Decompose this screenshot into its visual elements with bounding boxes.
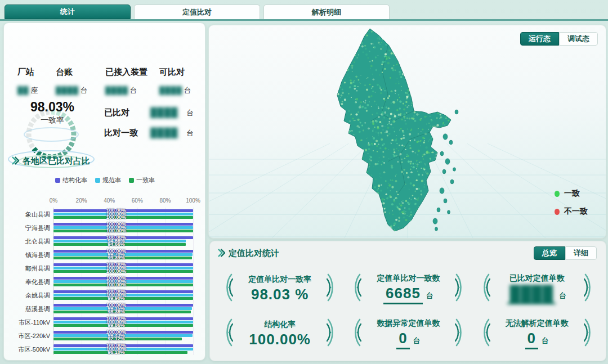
compare-value: ████ <box>149 128 179 138</box>
summary-3: 可比对████台 <box>159 67 191 96</box>
category-label: 市区-220kV <box>4 329 50 343</box>
chart-row-奉化县调: 奉化县调100.00%100.00%100.00% <box>4 275 206 289</box>
category-label: 宁海县调 <box>4 221 50 235</box>
category-label: 慈溪县调 <box>4 302 50 316</box>
stat-value[interactable]: ████ <box>507 285 556 304</box>
compare-label: 已比对 <box>104 107 144 118</box>
bar-value-label: 92.12% <box>108 337 125 341</box>
chart-row-市区-110kV: 市区-110kV100.00%100.00%99.86% <box>4 316 206 329</box>
bar-value-label: 98.38% <box>108 310 125 314</box>
legend-item-一致率[interactable]: 一致率 <box>129 176 155 185</box>
stat-value[interactable]: 6685 <box>383 285 423 304</box>
map-legend: 一致不一致 <box>555 188 588 224</box>
bar-value-label: 100.00% <box>106 269 127 273</box>
chart-row-象山县调: 象山县调100.00%100.00%100.00% <box>4 208 206 221</box>
value-compare-stats-panel: 定值比对统计 总览详细 定值单比对一致率98.03 %定值单比对一致数6685台… <box>209 241 606 361</box>
view-buttons: 总览详细 <box>534 246 597 260</box>
map-legend-label: 一致 <box>564 188 580 199</box>
legend-swatch <box>129 178 134 183</box>
stat-unit: 台 <box>413 336 421 346</box>
region-bar-chart[interactable]: 象山县调100.00%100.00%100.00%宁海县调100.00%100.… <box>4 208 206 357</box>
map-legend-item-0: 一致 <box>555 188 588 199</box>
chart-axis: 0%20%40%60%80%100% <box>4 197 206 205</box>
summary-unit: 台 <box>81 86 88 95</box>
stat-wing-right-icon <box>584 273 593 304</box>
x-tick: 0% <box>50 197 57 204</box>
compare-value: ████ <box>149 107 179 118</box>
stat-card-4: 数据异常定值单数0台 <box>344 311 472 356</box>
stat-label: 定值单比对一致数 <box>377 273 440 284</box>
compare-row-0: 已比对████台 <box>104 107 194 118</box>
summary-1: 台账████台 <box>56 67 88 96</box>
compare-label: 比对一致 <box>104 128 144 138</box>
stat-wing-right-icon <box>584 318 593 349</box>
tab-statistics[interactable]: 统计 <box>5 5 131 19</box>
stat-label: 已比对定值单数 <box>509 273 565 284</box>
stat-card-5: 无法解析定值单数0台 <box>473 311 601 356</box>
compare-unit: 台 <box>186 108 194 118</box>
legend-item-规范率[interactable]: 规范率 <box>95 176 121 185</box>
legend-label: 规范率 <box>102 176 121 185</box>
bar-value-label: 96.10% <box>108 350 125 354</box>
stat-label: 定值单比对一致率 <box>248 275 311 285</box>
legend-swatch <box>95 178 100 183</box>
chart-row-镇海县调: 镇海县调100.00%99.70%99.39% <box>4 248 206 262</box>
stat-wing-right-icon <box>455 273 464 304</box>
chart-legend[interactable]: 结构化率规范率一致率 <box>4 176 206 185</box>
view-detail-button[interactable]: 详细 <box>565 246 597 260</box>
x-tick: 20% <box>76 197 87 204</box>
tab-bar: 统计定值比对解析明细 <box>5 5 390 19</box>
map-panel: 运行态调试态 一致不一致 <box>208 25 606 239</box>
stat-value[interactable]: 0 <box>525 330 538 349</box>
legend-item-结构化率[interactable]: 结构化率 <box>55 176 87 185</box>
summary-number: ████ <box>105 86 128 95</box>
stat-label: 无法解析定值单数 <box>506 318 569 329</box>
inconsistent-dot-icon <box>555 209 560 215</box>
summary-number: ████ <box>56 86 79 95</box>
summary-unit: 座 <box>30 86 38 95</box>
compare-row-1: 比对一致████台 <box>104 128 194 138</box>
bar-value-label: 100.00% <box>106 215 127 219</box>
stat-wing-left-icon <box>352 273 361 304</box>
x-tick: 100% <box>186 197 200 204</box>
mode-debug-button[interactable]: 调试态 <box>559 32 598 46</box>
stat-label: 数据异常定值单数 <box>377 318 440 329</box>
summary-label: 厂站 <box>17 67 38 78</box>
chart-row-鄞州县调: 鄞州县调100.00%100.00%100.00% <box>4 262 206 275</box>
stat-unit: 台 <box>559 291 566 301</box>
bar-value-label: 99.90% <box>108 296 125 300</box>
x-tick: 60% <box>132 197 143 204</box>
bar-value-label: 100.00% <box>106 229 127 233</box>
legend-swatch <box>55 178 60 183</box>
summary-value: ██座 <box>17 86 38 96</box>
mode-run-button[interactable]: 运行态 <box>520 32 559 46</box>
stat-value[interactable]: 0 <box>396 330 409 349</box>
stat-card-3: 结构化率100.00% <box>216 311 344 356</box>
stat-wing-left-icon <box>481 273 490 304</box>
category-label: 象山县调 <box>4 208 50 221</box>
summary-unit: 台 <box>184 86 191 95</box>
stat-card-1: 定值单比对一致数6685台 <box>344 266 472 311</box>
stat-label: 结构化率 <box>264 320 296 330</box>
summary-unit: 台 <box>130 86 137 95</box>
chart-row-北仑县调: 北仑县调100.00%94.66%94.66% <box>4 235 206 248</box>
view-overview-button[interactable]: 总览 <box>534 246 565 260</box>
category-label: 镇海县调 <box>4 248 50 262</box>
legend-label: 一致率 <box>136 176 155 185</box>
category-label: 余姚县调 <box>4 289 50 302</box>
x-tick: 40% <box>104 197 115 204</box>
summary-label: 台账 <box>56 67 88 78</box>
summary-number: ██ <box>17 86 29 95</box>
map-mode-buttons: 运行态调试态 <box>520 32 598 46</box>
stat-unit: 台 <box>542 336 549 346</box>
chart-row-市区-500kV: 市区-500kV100.00%100.00%96.10% <box>4 343 206 356</box>
tab-value-comparison[interactable]: 定值比对 <box>134 5 260 19</box>
value-compare-stats-title: 定值比对统计 <box>218 248 279 259</box>
gauge-label: 一致率 <box>7 115 97 125</box>
summary-0: 厂站██座 <box>17 67 38 96</box>
chart-row-余姚县调: 余姚县调100.00%100.00%99.90% <box>4 289 206 302</box>
tab-underline <box>0 19 608 21</box>
region-map[interactable] <box>303 26 467 236</box>
summary-value: ████台 <box>105 86 147 96</box>
tab-parse-detail[interactable]: 解析明细 <box>263 5 390 19</box>
